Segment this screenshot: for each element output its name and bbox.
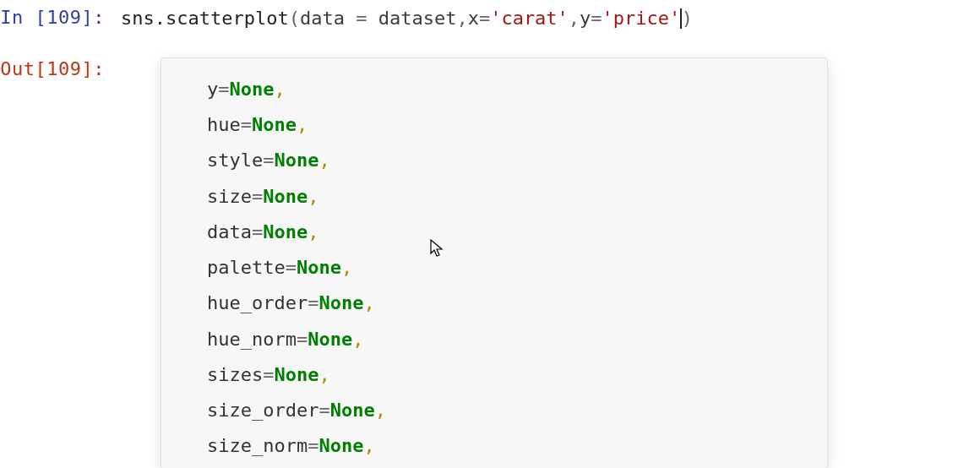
param-eq: = — [252, 186, 263, 207]
param-line: style=None, — [207, 143, 781, 178]
param-name: palette — [207, 257, 286, 278]
param-default: None — [318, 292, 363, 313]
param-default: None — [263, 221, 308, 242]
param-default: None — [274, 150, 318, 171]
param-eq: = — [252, 221, 263, 242]
param-line: hue_norm=None, — [207, 322, 781, 357]
param-comma: , — [341, 257, 352, 278]
paren-close: ) — [682, 8, 693, 29]
param-default: None — [330, 400, 375, 421]
param-comma: , — [297, 114, 308, 135]
param-name: hue — [207, 114, 241, 135]
comma-2: , — [569, 8, 580, 29]
eq-sign: = — [345, 8, 378, 29]
arg-y-name: y — [580, 8, 591, 29]
param-eq: = — [241, 114, 252, 135]
code-line[interactable]: sns.scatterplot(data = dataset,x='carat'… — [114, 4, 979, 32]
param-default: None — [318, 435, 363, 456]
arg-data-name: data — [300, 8, 345, 29]
param-eq: = — [318, 400, 329, 421]
param-comma: , — [363, 292, 374, 313]
signature-tooltip[interactable]: y=None,hue=None,style=None,size=None,dat… — [161, 57, 828, 468]
arg-data-val: dataset — [378, 8, 457, 29]
param-default: None — [308, 329, 352, 350]
param-line: y=None, — [207, 72, 781, 107]
param-eq: = — [297, 329, 308, 350]
param-name: hue_norm — [207, 329, 297, 350]
param-name: y — [207, 79, 218, 100]
param-line: hue_order=None, — [207, 286, 781, 321]
paren-open: ( — [289, 8, 300, 29]
arg-x-name: x — [468, 8, 479, 29]
param-eq: = — [218, 79, 229, 100]
param-comma: , — [375, 400, 386, 421]
param-name: size — [207, 186, 252, 207]
arg-x-val: 'carat' — [490, 8, 569, 29]
param-name: sizes — [207, 364, 263, 385]
eq-sign-3: = — [591, 8, 602, 29]
param-name: style — [207, 150, 263, 171]
code-call: sns.scatterplot — [121, 8, 289, 29]
param-eq: = — [263, 150, 274, 171]
param-comma: , — [363, 435, 374, 456]
param-name: data — [207, 221, 252, 242]
param-line: size_order=None, — [207, 393, 781, 428]
comma: , — [456, 8, 467, 29]
param-comma: , — [352, 329, 363, 350]
param-name: size_order — [207, 400, 318, 421]
param-comma: , — [308, 186, 318, 207]
param-default: None — [252, 114, 297, 135]
in-prompt-label: In [109]: — [0, 3, 113, 28]
param-line: size=None, — [207, 179, 781, 215]
param-comma: , — [318, 364, 329, 385]
param-name: size_norm — [207, 435, 308, 456]
param-eq: = — [263, 364, 274, 385]
input-cell: In [109]: sns.scatterplot(data = dataset… — [0, 0, 980, 36]
param-default: None — [274, 364, 318, 385]
param-line: hue=None, — [207, 107, 781, 143]
param-name: hue_order — [207, 292, 308, 313]
param-comma: , — [274, 79, 285, 100]
param-default: None — [230, 79, 275, 100]
code-input[interactable]: sns.scatterplot(data = dataset,x='carat'… — [113, 3, 980, 33]
param-line: data=None, — [207, 215, 781, 250]
out-prompt-label: Out[109]: — [0, 55, 113, 79]
arg-y-val: 'price' — [602, 8, 681, 29]
param-eq: = — [308, 292, 318, 313]
param-eq: = — [286, 257, 297, 278]
param-line: sizes=None, — [207, 357, 781, 393]
param-eq: = — [308, 435, 318, 456]
param-comma: , — [308, 221, 318, 242]
eq-sign-2: = — [479, 8, 490, 29]
param-default: None — [297, 257, 341, 278]
param-line: size_norm=None, — [207, 428, 781, 464]
param-line: palette=None, — [207, 250, 781, 286]
param-comma: , — [318, 150, 329, 171]
param-default: None — [263, 186, 308, 207]
